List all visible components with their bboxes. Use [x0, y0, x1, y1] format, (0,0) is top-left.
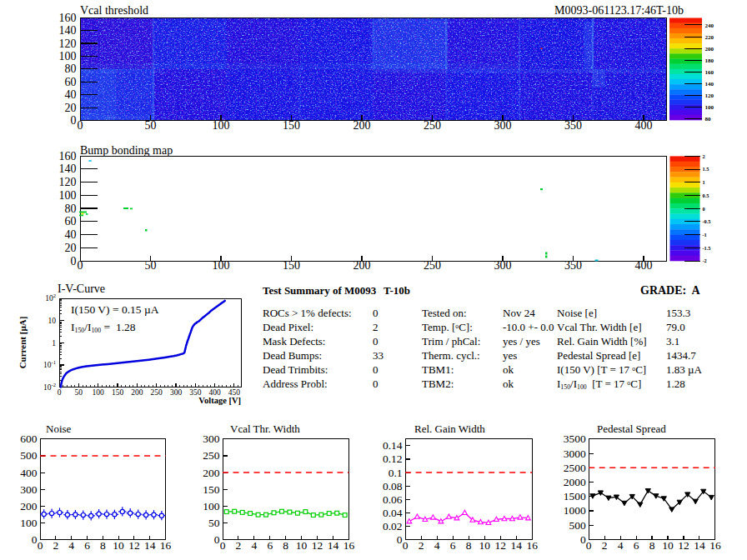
svg-text:120: 120 [59, 176, 77, 188]
svg-text:1.83 µA: 1.83 µA [666, 363, 702, 376]
svg-text:Noise: Noise [46, 422, 72, 435]
svg-text:200: 200 [20, 500, 38, 512]
svg-text:180: 180 [705, 58, 714, 64]
svg-text:0: 0 [586, 539, 592, 552]
svg-text:0.1: 0.1 [389, 467, 403, 479]
svg-text:1.28: 1.28 [666, 378, 685, 390]
svg-text:16: 16 [343, 539, 355, 552]
svg-text:1.5: 1.5 [703, 166, 709, 172]
svg-text:12: 12 [494, 539, 506, 552]
svg-text:2: 2 [236, 539, 242, 552]
svg-text:8: 8 [649, 539, 655, 552]
svg-text:300: 300 [494, 119, 512, 132]
svg-text:14: 14 [328, 539, 339, 552]
svg-text:yes: yes [503, 349, 517, 362]
svg-text:20: 20 [65, 242, 77, 254]
svg-text:0.04: 0.04 [383, 507, 403, 519]
svg-text:100: 100 [20, 517, 38, 529]
svg-text:2: 2 [703, 153, 705, 159]
svg-text:2500: 2500 [564, 462, 586, 474]
svg-text:2: 2 [602, 539, 608, 552]
svg-text:0: 0 [703, 206, 705, 212]
svg-text:10: 10 [113, 539, 124, 552]
svg-text:Therm. cycl.:: Therm. cycl.: [422, 349, 480, 362]
svg-text:120: 120 [705, 92, 714, 99]
svg-text:0.06: 0.06 [383, 493, 403, 506]
svg-text:33: 33 [373, 349, 384, 362]
svg-text:160: 160 [59, 12, 77, 24]
svg-text:-2: -2 [703, 258, 707, 263]
svg-text:6: 6 [634, 539, 639, 552]
svg-text:8: 8 [466, 539, 472, 552]
svg-text:140: 140 [59, 24, 77, 37]
svg-text:10: 10 [296, 539, 308, 552]
svg-text:Temp. [oC]:: Temp. [oC]: [422, 321, 473, 333]
svg-text:12: 12 [128, 539, 140, 552]
svg-text:100: 100 [203, 500, 220, 512]
svg-text:300: 300 [20, 483, 38, 496]
svg-text:1: 1 [52, 339, 56, 348]
svg-text:Trim / phCal:: Trim / phCal: [422, 335, 480, 348]
svg-text:1500: 1500 [564, 490, 586, 502]
svg-text:0.02: 0.02 [383, 520, 403, 532]
svg-text:0: 0 [373, 363, 379, 376]
svg-text:Address Probl:: Address Probl: [263, 378, 328, 390]
svg-text:80: 80 [65, 202, 77, 215]
svg-text:16: 16 [709, 539, 721, 552]
svg-text:Voltage [V]: Voltage [V] [198, 396, 241, 405]
svg-text:120: 120 [59, 38, 77, 50]
svg-text:250: 250 [424, 119, 441, 132]
svg-text:2: 2 [53, 539, 58, 552]
svg-text:Rel. Gain Width [%]: Rel. Gain Width [%] [557, 335, 647, 348]
svg-text:50: 50 [75, 388, 83, 397]
svg-text:ok: ok [503, 378, 514, 390]
svg-text:160: 160 [59, 150, 77, 162]
svg-text:-0.5: -0.5 [703, 218, 711, 224]
svg-text:4: 4 [252, 539, 258, 552]
svg-text:TBM2:: TBM2: [422, 378, 454, 390]
svg-text:I-V-Curve: I-V-Curve [58, 282, 105, 295]
svg-text:Rel. Gain Width: Rel. Gain Width [414, 422, 485, 435]
svg-text:0.08: 0.08 [383, 480, 403, 492]
svg-text:4: 4 [434, 539, 440, 552]
svg-text:4: 4 [68, 539, 74, 552]
svg-text:0: 0 [373, 335, 379, 348]
svg-text:0: 0 [71, 255, 77, 268]
svg-text:0: 0 [38, 539, 43, 552]
svg-text:250: 250 [424, 259, 441, 272]
svg-text:153.3: 153.3 [666, 307, 690, 319]
svg-text:Vcal Thr. Width [e]: Vcal Thr. Width [e] [557, 321, 642, 333]
svg-text:8: 8 [283, 539, 288, 552]
svg-text:1000: 1000 [564, 504, 586, 517]
svg-text:300: 300 [203, 432, 220, 445]
svg-text:10: 10 [479, 539, 490, 552]
svg-text:350: 350 [564, 259, 582, 272]
svg-text:100: 100 [59, 189, 77, 202]
svg-text:100: 100 [59, 50, 77, 62]
svg-text:100: 100 [213, 119, 230, 132]
svg-text:0: 0 [78, 119, 83, 132]
svg-text:I(150 V) = 0.15 µA: I(150 V) = 0.15 µA [71, 303, 159, 316]
svg-text:Bump bonding map: Bump bonding map [80, 144, 173, 157]
svg-text:200: 200 [203, 467, 220, 479]
svg-text:14: 14 [510, 539, 522, 552]
svg-text:Dead Bumps:: Dead Bumps: [263, 349, 322, 362]
svg-text:600: 600 [20, 432, 38, 445]
svg-text:240: 240 [705, 22, 714, 29]
svg-text:T-10b: T-10b [384, 284, 410, 297]
svg-text:350: 350 [564, 119, 582, 132]
svg-text:ROCs > 1% defects:: ROCs > 1% defects: [263, 307, 352, 319]
svg-text:Noise [e]: Noise [e] [557, 307, 597, 319]
svg-text:0: 0 [71, 114, 77, 127]
svg-text:1: 1 [703, 179, 705, 185]
svg-text:yes / yes: yes / yes [503, 335, 540, 348]
svg-text:-1.5: -1.5 [703, 245, 711, 251]
svg-text:150: 150 [112, 388, 124, 397]
svg-text:TBM1:: TBM1: [422, 363, 454, 376]
svg-text:500: 500 [569, 519, 586, 532]
svg-text:220: 220 [705, 34, 714, 41]
svg-text:10: 10 [662, 539, 674, 552]
svg-text:Dead Trimbits:: Dead Trimbits: [263, 363, 328, 376]
svg-text:100: 100 [213, 259, 230, 272]
svg-text:150: 150 [283, 259, 300, 272]
